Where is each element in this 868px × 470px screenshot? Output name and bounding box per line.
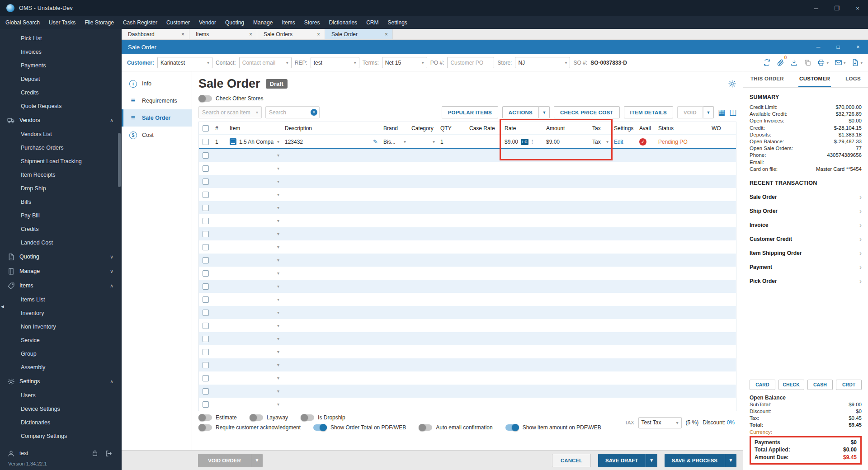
minimize-icon[interactable]: ─ bbox=[806, 0, 826, 16]
nav-item-info[interactable]: i Info bbox=[122, 75, 192, 92]
sidebar-item[interactable]: Dictionaries bbox=[0, 416, 122, 429]
empty-table-row[interactable]: ▾ bbox=[199, 201, 736, 214]
description-cell[interactable]: 123432 ✎ bbox=[282, 135, 381, 148]
sidebar-item[interactable]: Shipment Load Tracking bbox=[0, 155, 122, 168]
toggle-switch[interactable] bbox=[198, 424, 212, 431]
sidebar-item[interactable]: Payments bbox=[0, 59, 122, 72]
document-tab[interactable]: Items × bbox=[189, 29, 257, 39]
sidebar-item[interactable]: Company Settings bbox=[0, 429, 122, 443]
menu-item[interactable]: Customer bbox=[162, 16, 194, 29]
recent-transaction-item[interactable]: Invoice › bbox=[750, 218, 862, 232]
empty-table-row[interactable]: ▾ bbox=[199, 332, 736, 345]
save-draft-dropdown-icon[interactable]: ▼ bbox=[646, 454, 657, 467]
menu-item[interactable]: Global Search bbox=[1, 16, 44, 29]
row-checkbox[interactable] bbox=[203, 139, 209, 145]
sync-icon[interactable] bbox=[763, 59, 771, 66]
document-tab[interactable]: Dashboard × bbox=[122, 29, 189, 39]
order-minimize-icon[interactable]: ─ bbox=[808, 40, 828, 54]
popular-items-button[interactable]: POPULAR ITEMS bbox=[442, 106, 498, 118]
more-options-icon[interactable]: ⋮ bbox=[529, 139, 535, 145]
col-tax[interactable]: Tax bbox=[590, 122, 611, 135]
menu-item[interactable]: Manage bbox=[249, 16, 277, 29]
save-process-button[interactable]: SAVE & PROCESS bbox=[665, 454, 725, 467]
sidebar-item[interactable]: Group bbox=[0, 347, 122, 361]
lock-icon[interactable] bbox=[91, 450, 99, 457]
col-category[interactable]: Category bbox=[409, 122, 438, 135]
col-brand[interactable]: Brand bbox=[381, 122, 409, 135]
col-wo[interactable]: WO bbox=[709, 122, 736, 135]
chevron-down-icon[interactable]: ▾ bbox=[277, 402, 279, 407]
nav-item-cost[interactable]: $ Cost bbox=[122, 127, 192, 144]
nav-item-sale-order[interactable]: ≡ Sale Order bbox=[122, 109, 192, 127]
menu-item[interactable]: Dictionaries bbox=[324, 16, 362, 29]
chevron-down-icon[interactable]: ▾ bbox=[277, 166, 279, 171]
sidebar-item[interactable]: Bills bbox=[0, 195, 122, 209]
sidebar-item[interactable]: Credits bbox=[0, 86, 122, 99]
recent-transaction-item[interactable]: Sale Order › bbox=[750, 190, 862, 204]
chevron-down-icon[interactable]: ▾ bbox=[277, 179, 279, 184]
col-rate[interactable]: Rate bbox=[502, 122, 543, 135]
sidebar-item[interactable]: Invoices bbox=[0, 45, 122, 59]
select-all-checkbox[interactable] bbox=[203, 125, 209, 132]
empty-table-row[interactable]: ▾ bbox=[199, 280, 736, 293]
row-checkbox[interactable] bbox=[203, 283, 209, 290]
lc-badge[interactable]: LC bbox=[521, 139, 528, 145]
grid-layout-icon[interactable]: ▦ bbox=[718, 108, 725, 117]
store-select[interactable]: NJ▾ bbox=[515, 57, 570, 68]
recent-transaction-item[interactable]: Ship Order › bbox=[750, 204, 862, 218]
sidebar-item[interactable]: Quoting ∨ bbox=[0, 249, 122, 264]
recent-transaction-item[interactable]: Customer Credit › bbox=[750, 232, 862, 246]
category-cell[interactable]: ▾ bbox=[409, 135, 438, 148]
row-checkbox[interactable] bbox=[203, 375, 209, 381]
rate-cell[interactable]: $9.00 LC ⋮ bbox=[502, 135, 543, 148]
payment-button[interactable]: CRDT bbox=[836, 380, 862, 390]
column-layout-icon[interactable]: ◫ bbox=[729, 108, 736, 117]
payment-button[interactable]: CARD bbox=[750, 380, 775, 390]
row-checkbox[interactable] bbox=[203, 192, 209, 198]
row-checkbox[interactable] bbox=[203, 218, 209, 224]
toggle-switch[interactable] bbox=[313, 424, 327, 431]
empty-table-row[interactable]: ▾ bbox=[199, 267, 736, 280]
empty-table-row[interactable]: ▾ bbox=[199, 254, 736, 267]
row-checkbox[interactable] bbox=[203, 336, 209, 342]
tab-close-icon[interactable]: × bbox=[181, 31, 184, 38]
menu-item[interactable]: Stores bbox=[300, 16, 325, 29]
sidebar-item[interactable]: Purchase Orders bbox=[0, 141, 122, 155]
chevron-down-icon[interactable]: ▾ bbox=[277, 244, 279, 249]
chevron-down-icon[interactable]: ▾ bbox=[404, 139, 406, 144]
row-checkbox[interactable] bbox=[203, 388, 209, 395]
col-settings[interactable]: Settings bbox=[611, 122, 637, 135]
empty-table-row[interactable]: ▾ bbox=[199, 358, 736, 371]
row-checkbox[interactable] bbox=[203, 244, 209, 250]
recent-transaction-item[interactable]: Payment › bbox=[750, 260, 862, 274]
item-search-mode-select[interactable]: Search or scan item ▾ bbox=[198, 106, 262, 118]
edit-pencil-icon[interactable]: ✎ bbox=[373, 138, 378, 145]
void-dropdown-icon[interactable]: ▼ bbox=[703, 106, 714, 118]
chevron-down-icon[interactable]: ▾ bbox=[277, 297, 279, 302]
nav-item-requirements[interactable]: ≡ Requirements bbox=[122, 92, 192, 109]
item-cell[interactable]: 1.5 Ah Compa ▾ bbox=[227, 135, 282, 148]
currency-link[interactable]: Currency: bbox=[750, 429, 862, 435]
empty-table-row[interactable]: ▾ bbox=[199, 175, 736, 188]
sidebar-item[interactable]: Manage ∨ bbox=[0, 264, 122, 278]
row-checkbox[interactable] bbox=[203, 362, 209, 368]
terms-select[interactable]: Net 15▾ bbox=[382, 57, 427, 68]
empty-table-row[interactable]: ▾ bbox=[199, 227, 736, 240]
empty-table-row[interactable]: ▾ bbox=[199, 162, 736, 175]
tax-cell[interactable]: Tax ▾ bbox=[590, 135, 611, 148]
menu-item[interactable]: Quoting bbox=[221, 16, 249, 29]
row-checkbox[interactable] bbox=[203, 205, 209, 211]
recent-transaction-item[interactable]: Item Shipping Order › bbox=[750, 246, 862, 260]
sidebar-item[interactable]: Items List bbox=[0, 293, 122, 306]
download-icon[interactable] bbox=[790, 59, 798, 66]
payment-button[interactable]: CASH bbox=[807, 380, 833, 390]
chevron-down-icon[interactable]: ▾ bbox=[277, 135, 279, 148]
row-checkbox[interactable] bbox=[203, 323, 209, 329]
sidebar-item[interactable]: Drop Ship bbox=[0, 182, 122, 195]
chevron-down-icon[interactable]: ▾ bbox=[277, 271, 279, 276]
menu-item[interactable]: File Storage bbox=[80, 16, 118, 29]
toggle-switch[interactable] bbox=[301, 414, 314, 421]
check-other-stores-toggle[interactable] bbox=[198, 95, 212, 102]
save-process-dropdown-icon[interactable]: ▼ bbox=[725, 454, 736, 467]
customer-po-input[interactable] bbox=[447, 57, 494, 68]
